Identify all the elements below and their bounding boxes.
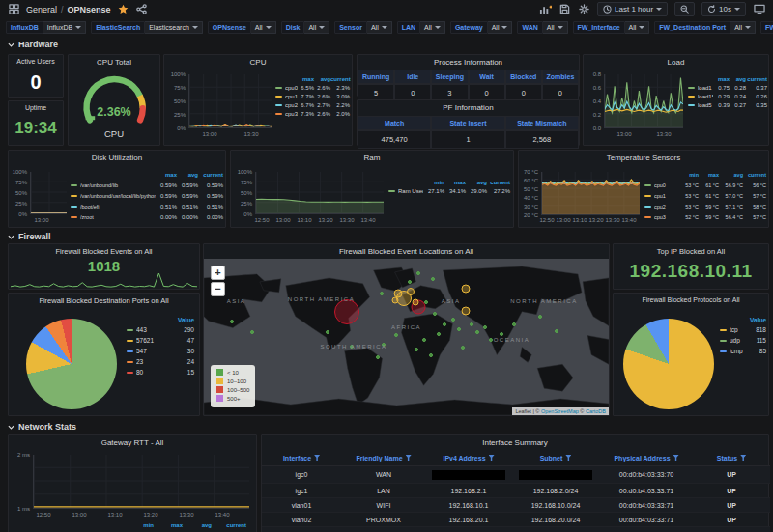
filter-icon[interactable] [565, 455, 571, 461]
filter-icon[interactable] [489, 455, 495, 461]
legend-series-disk0[interactable]: /var/unbound/lib0.59%0.59%0.59% [71, 180, 223, 190]
save-dashboard-icon[interactable] [558, 3, 571, 15]
map-zoom-in-button[interactable]: + [211, 266, 225, 280]
legend-proto-icmp[interactable]: icmp85 [720, 346, 766, 356]
breadcrumb[interactable]: General / OPNsense [26, 5, 111, 14]
legend-series-cpu1[interactable]: cpu153 °C61 °C57.0 °C57 °C [644, 190, 766, 201]
column-header[interactable]: State Insert [431, 116, 504, 130]
dashboards-grid-icon[interactable] [8, 3, 20, 15]
panel-title[interactable]: Active Users [9, 55, 63, 69]
column-header-friendly-name[interactable]: Friendly Name [341, 451, 426, 466]
zoom-out-time-button[interactable] [674, 2, 695, 16]
section-firewall[interactable]: Firewall [8, 232, 51, 241]
column-header[interactable]: Sleeping [431, 70, 468, 84]
filter-icon[interactable] [406, 455, 412, 461]
column-header[interactable]: State Mismatch [505, 116, 579, 130]
legend-series-load1[interactable]: load10.750.280.37 [688, 83, 767, 92]
variable-dropdown[interactable]: All [304, 21, 329, 34]
column-header[interactable]: Idle [394, 70, 431, 84]
filter-icon[interactable] [740, 455, 746, 461]
legend-series-cpu2[interactable]: cpu26.7%2.7%2.2% [275, 100, 350, 109]
panel-title[interactable]: Firewall Blocked Event Locations on All [204, 244, 609, 258]
column-header-status[interactable]: Status [693, 451, 770, 466]
cartodb-link[interactable]: CartoDB [586, 408, 606, 414]
filter-icon[interactable] [314, 455, 320, 461]
cycle-view-mode-icon[interactable] [753, 3, 765, 15]
panel-title[interactable]: Interface Summary [262, 435, 768, 449]
legend-series-cpu3[interactable]: cpu37.3%2.6%2.0% [275, 109, 350, 118]
legend-series-load15[interactable]: load150.290.240.26 [688, 92, 767, 100]
legend-port-443[interactable]: 443290 [127, 324, 194, 335]
column-header[interactable]: Wait [469, 70, 505, 84]
variable-dropdown[interactable]: All [488, 21, 513, 34]
variable-dropdown[interactable]: All [420, 21, 445, 34]
panel-title[interactable]: Uptime [9, 101, 63, 115]
favorite-star-icon[interactable] [117, 3, 129, 15]
variable-dropdown[interactable]: All [625, 21, 650, 34]
refresh-button[interactable]: 10s [701, 2, 746, 16]
variable-dropdown[interactable]: All [251, 21, 276, 34]
column-header[interactable]: Zombies [542, 70, 579, 84]
variable-dropdown[interactable]: All [543, 21, 568, 34]
panel-interface-summary: Interface Summary Interface Friendly Nam… [261, 434, 769, 532]
legend-proto-udp[interactable]: udp115 [720, 335, 766, 346]
column-header-physical-address[interactable]: Physical Address [600, 451, 693, 466]
variable-dropdown[interactable]: All [367, 21, 392, 34]
legend-series-disk2[interactable]: /boot/efi0.51%0.51%0.51% [71, 201, 223, 211]
legend-port-57621[interactable]: 5762147 [127, 335, 194, 346]
legend-series-cpu1[interactable]: cpu17.7%2.6%3.0% [275, 92, 350, 100]
blocked-ports-pie[interactable] [26, 319, 117, 409]
time-range-picker[interactable]: Last 1 hour [597, 2, 668, 16]
panel-title[interactable]: Firewall Blocked Protocols on All [614, 294, 768, 307]
panel-title[interactable]: Top IP Blocked on All [614, 244, 768, 258]
panel-title[interactable]: Temperature Sensors [519, 151, 768, 164]
panel-title[interactable]: Disk Utilization [9, 151, 225, 164]
column-header[interactable]: Blocked [505, 70, 542, 84]
legend-series-cpu0[interactable]: cpu053 °C61 °C56.9 °C56 °C [644, 180, 766, 190]
breadcrumb-dashboard[interactable]: OPNsense [68, 5, 111, 14]
panel-title[interactable]: Firewall Blocked Destination Ports on Al… [9, 294, 199, 307]
column-header-interface[interactable]: Interface [262, 451, 341, 466]
variable-dropdown[interactable]: All [730, 21, 756, 34]
panel-title[interactable]: Load [584, 55, 768, 69]
blocked-protocols-pie[interactable] [623, 319, 714, 409]
share-icon[interactable] [135, 3, 148, 15]
legend-port-23[interactable]: 2324 [127, 356, 194, 367]
legend-series-load5[interactable]: load50.390.270.35 [688, 100, 767, 109]
legend-series-cpu2[interactable]: cpu253 °C59 °C57.1 °C58 °C [644, 201, 766, 211]
map-zoom-out-button[interactable]: − [211, 282, 225, 296]
panel-firewall-blocked-events: Firewall Blocked Events on All 1018 [8, 243, 200, 290]
table-row: vlan03 DOCKER 192.168.30.1 192.168.30.0/… [262, 527, 770, 532]
world-map[interactable]: ASIANORTH AMERICAASIAAFRICASOUTH AMERICA… [204, 259, 609, 415]
column-header-subnet[interactable]: Subnet [511, 451, 600, 466]
column-header[interactable]: Match [358, 116, 431, 130]
column-header[interactable]: Running [358, 70, 394, 84]
legend-series-cpu0[interactable]: cpu06.5%2.6%2.3% [275, 83, 350, 92]
legend-port-80[interactable]: 8015 [127, 367, 194, 378]
legend-series-disk1[interactable]: /var/unbound/usr/local/lib/python3.110.5… [71, 190, 223, 201]
legend-proto-tcp[interactable]: tcp818 [720, 324, 766, 335]
panel-title[interactable]: Process Information [358, 55, 579, 69]
variable-dropdown[interactable]: Elasticsearch [145, 21, 203, 34]
panel-firewall-blocked-protocols: Firewall Blocked Protocols on All Value … [613, 293, 769, 416]
panel-title[interactable]: CPU [164, 55, 352, 69]
section-network-stats[interactable]: Network Stats [8, 422, 76, 432]
column-header-ipv4[interactable]: IPv4 Address [426, 451, 511, 466]
panel-title[interactable]: PF Information [358, 100, 579, 114]
panel-title[interactable]: Ram [231, 151, 513, 164]
filter-icon[interactable] [673, 455, 679, 461]
legend-series-ram-used[interactable]: Ram Used27.1%34.1%29.0%27.2% [388, 186, 510, 195]
settings-gear-icon[interactable] [578, 3, 590, 15]
legend-series-disk3[interactable]: /zroot0.00%0.00%0.00% [71, 211, 223, 222]
add-panel-icon[interactable] [539, 3, 552, 15]
panel-title[interactable]: Firewall Blocked Events on All [9, 244, 199, 258]
panel-title[interactable]: Gateway RTT - All [9, 435, 256, 449]
disk-legend: maxavgcurrent /var/unbound/lib0.59%0.59%… [71, 170, 223, 222]
osm-link[interactable]: OpenStreetMap [541, 408, 579, 414]
legend-port-547[interactable]: 54730 [127, 346, 194, 356]
variable-dropdown[interactable]: InfluxDB [43, 21, 86, 34]
section-hardware[interactable]: Hardware [8, 40, 58, 49]
panel-title[interactable]: CPU Total [69, 55, 159, 69]
legend-series-cpu3[interactable]: cpu352 °C59 °C56.4 °C57 °C [644, 211, 766, 222]
breadcrumb-folder[interactable]: General [26, 5, 57, 14]
